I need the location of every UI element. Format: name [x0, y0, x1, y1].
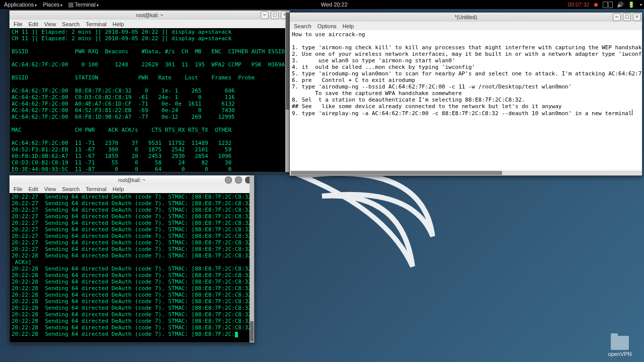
minimize-button[interactable]: ‒: [261, 11, 269, 19]
menu-places[interactable]: Places▾: [41, 2, 64, 8]
window-title: root@kali: ~: [10, 177, 254, 183]
system-menu-icon[interactable]: ▾: [639, 3, 642, 7]
menu-help[interactable]: Help: [113, 186, 124, 192]
titlebar[interactable]: root@kali: ~ ‒ ▢ ×: [10, 11, 290, 20]
window-title: *(Untitled): [290, 15, 642, 20]
terminal-icon: [68, 3, 73, 8]
menu-options[interactable]: Options: [317, 23, 337, 29]
clock[interactable]: Wed 20:22: [101, 2, 568, 8]
window-title: root@kali: ~: [10, 13, 290, 18]
menu-terminal[interactable]: Terminal: [86, 186, 107, 192]
editor-menubar: SearchOptionsHelp: [290, 22, 642, 30]
terminal-output[interactable]: 20:22:27 Sending 64 directed DeAuth (cod…: [10, 193, 254, 342]
editor-text-area[interactable]: How to use aircrack-ng 1. type 'airmon-n…: [290, 30, 642, 175]
titlebar[interactable]: *(Untitled) ‒ ▢ ×: [290, 13, 642, 22]
desktop-folder-openvpn[interactable]: openVPN: [605, 336, 635, 357]
terminal-menubar: FileEditViewSearchTerminalHelp: [10, 20, 290, 28]
volume-icon[interactable]: 🔊: [617, 2, 624, 8]
text-editor-window[interactable]: *(Untitled) ‒ ▢ × SearchOptionsHelp How …: [289, 12, 642, 176]
menu-terminal[interactable]: Terminal▾: [66, 2, 101, 8]
titlebar[interactable]: root@kali: ~: [10, 175, 254, 185]
menu-applications[interactable]: Applications▾: [2, 2, 39, 8]
minimize-button[interactable]: [225, 176, 232, 184]
maximize-button[interactable]: [235, 176, 242, 184]
menu-file[interactable]: File: [14, 186, 23, 192]
wallpaper-logo: [282, 166, 453, 287]
menu-view[interactable]: View: [44, 186, 56, 192]
close-button[interactable]: ×: [633, 13, 641, 21]
terminal-window-aireplay[interactable]: root@kali: ~ FileEditViewSearchTerminalH…: [9, 175, 255, 343]
maximize-button[interactable]: ▢: [623, 13, 631, 21]
screen-recorder-timer[interactable]: 00:07:32: [568, 2, 590, 8]
menu-edit[interactable]: Edit: [29, 21, 38, 27]
menu-edit[interactable]: Edit: [29, 186, 38, 192]
top-panel: Applications▾ Places▾ Terminal▾ Wed 20:2…: [0, 0, 644, 9]
menu-search[interactable]: Search: [62, 21, 79, 27]
terminal-window-airodump[interactable]: root@kali: ~ ‒ ▢ × FileEditViewSearchTer…: [9, 10, 290, 172]
menu-search[interactable]: Search: [294, 23, 311, 29]
maximize-button[interactable]: ▢: [271, 11, 279, 19]
menu-view[interactable]: View: [44, 21, 56, 27]
horizontal-scrollbar[interactable]: [290, 170, 642, 175]
record-icon[interactable]: ⏺: [593, 2, 599, 8]
folder-icon: [611, 336, 629, 350]
terminal-output[interactable]: CH 11 ][ Elapsed: 2 mins ][ 2018-09-05 2…: [10, 28, 290, 171]
battery-icon[interactable]: 🔋: [628, 2, 635, 8]
menu-help[interactable]: Help: [343, 23, 354, 29]
workspace-indicator[interactable]: 1: [603, 2, 613, 8]
minimize-button[interactable]: ‒: [613, 13, 621, 21]
terminal-menubar: FileEditViewSearchTerminalHelp: [10, 185, 254, 193]
icon-label: openVPN: [605, 351, 635, 357]
menu-file[interactable]: File: [14, 21, 23, 27]
menu-search[interactable]: Search: [62, 186, 79, 192]
menu-terminal[interactable]: Terminal: [86, 21, 107, 27]
menu-help[interactable]: Help: [113, 21, 124, 27]
scrollbar[interactable]: [250, 175, 254, 342]
